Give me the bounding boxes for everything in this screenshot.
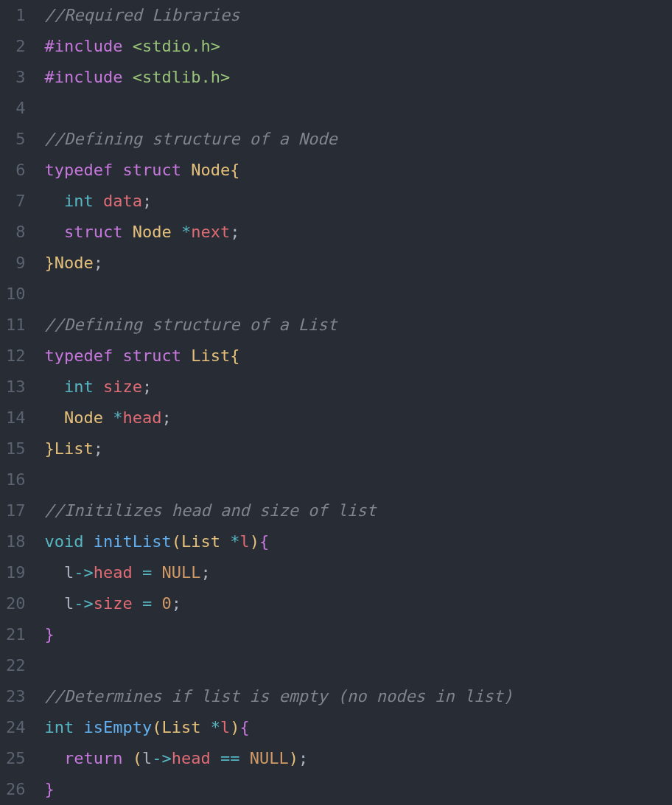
code-token [113, 161, 122, 179]
code-token: } [45, 254, 55, 272]
code-line[interactable]: l->size = 0; [45, 588, 667, 619]
line-number: 6 [6, 155, 26, 186]
code-token: //Required Libraries [45, 6, 240, 24]
code-line[interactable]: }Node; [45, 248, 667, 279]
code-token: * [211, 718, 220, 736]
code-line[interactable]: typedef struct List{ [45, 341, 667, 372]
code-token: { [230, 161, 239, 179]
code-line[interactable]: //Defining structure of a Node [45, 124, 667, 155]
code-area[interactable]: //Required Libraries#include <stdio.h>#i… [39, 0, 673, 805]
line-number: 2 [6, 31, 26, 62]
code-line[interactable]: //Determines if list is empty (no nodes … [45, 681, 667, 712]
code-token: * [230, 532, 239, 551]
code-token: next [191, 223, 230, 241]
code-token: ( [133, 749, 142, 767]
line-number: 23 [6, 681, 26, 712]
code-line[interactable]: }List; [45, 433, 667, 464]
code-token [113, 346, 122, 365]
code-line[interactable]: #include <stdio.h> [45, 31, 667, 62]
code-token: ; [94, 439, 103, 458]
code-editor[interactable]: 1234567891011121314151617181920212223242… [0, 0, 672, 805]
code-line[interactable]: //Required Libraries [45, 0, 667, 31]
code-line[interactable]: typedef struct Node{ [45, 155, 667, 186]
code-line[interactable]: Node *head; [45, 402, 667, 433]
code-token [45, 192, 65, 210]
code-token: //Determines if list is empty (no nodes … [45, 687, 514, 705]
code-token: <stdio.h> [133, 37, 220, 55]
code-token [133, 594, 142, 613]
line-number: 12 [6, 341, 26, 372]
code-token: ( [172, 532, 181, 551]
line-number: 1 [6, 0, 26, 31]
line-number: 20 [6, 588, 26, 619]
code-line[interactable] [45, 464, 667, 495]
code-token [181, 346, 191, 365]
code-token: Node [64, 408, 103, 427]
line-number: 3 [6, 62, 26, 93]
code-token: return [64, 749, 122, 767]
code-line[interactable] [45, 650, 667, 681]
code-token: head [122, 408, 161, 427]
code-token: NULL [250, 749, 289, 767]
code-token: struct [122, 346, 181, 365]
code-token: ; [161, 408, 171, 427]
code-token [45, 749, 65, 767]
code-line[interactable] [45, 93, 667, 124]
code-token: ; [142, 377, 152, 396]
code-token: -> [74, 563, 94, 582]
code-token: ; [142, 192, 152, 210]
code-token [122, 68, 132, 86]
code-line[interactable]: struct Node *next; [45, 217, 667, 248]
line-number-gutter: 1234567891011121314151617181920212223242… [0, 0, 39, 805]
code-line[interactable]: //Initilizes head and size of list [45, 495, 667, 526]
code-token: ; [200, 563, 210, 582]
code-token [45, 594, 65, 613]
code-line[interactable] [45, 279, 667, 310]
line-number: 15 [6, 433, 26, 464]
code-token [239, 749, 249, 767]
line-number: 14 [6, 402, 26, 433]
code-token [220, 532, 230, 551]
code-token: { [230, 346, 239, 365]
code-token: int [64, 377, 94, 396]
code-token: ; [298, 749, 308, 767]
line-number: 26 [6, 774, 26, 805]
code-token: 0 [161, 594, 171, 613]
line-number: 4 [6, 93, 26, 124]
code-token: ; [172, 594, 181, 613]
code-line[interactable]: int data; [45, 186, 667, 217]
code-line[interactable]: void initList(List *l){ [45, 526, 667, 557]
code-line[interactable]: #include <stdlib.h> [45, 62, 667, 93]
code-token: #include [45, 37, 123, 55]
code-token [211, 749, 220, 767]
code-token [133, 563, 142, 582]
code-token [152, 594, 161, 613]
code-token: l [64, 563, 74, 582]
code-line[interactable]: l->head = NULL; [45, 557, 667, 588]
code-token: typedef [45, 161, 113, 179]
code-line[interactable]: } [45, 774, 667, 805]
code-line[interactable]: //Defining structure of a List [45, 310, 667, 341]
code-token: ; [94, 254, 103, 272]
code-token: int [45, 718, 74, 736]
code-token: struct [64, 223, 122, 241]
code-token: Node [191, 161, 230, 179]
code-token [45, 408, 65, 427]
code-token: Node [55, 254, 94, 272]
code-line[interactable]: return (l->head == NULL); [45, 743, 667, 774]
line-number: 5 [6, 124, 26, 155]
code-line[interactable]: } [45, 619, 667, 650]
code-token: data [103, 192, 142, 210]
code-token: //Defining structure of a List [45, 316, 337, 334]
code-token: { [259, 532, 269, 551]
code-token: <stdlib.h> [133, 68, 230, 86]
code-token: #include [45, 68, 123, 86]
code-token: isEmpty [84, 718, 153, 736]
code-token: l [239, 532, 249, 551]
code-token: -> [152, 749, 172, 767]
code-line[interactable]: int isEmpty(List *l){ [45, 712, 667, 743]
line-number: 25 [6, 743, 26, 774]
code-line[interactable]: int size; [45, 372, 667, 402]
code-token: ( [152, 718, 161, 736]
code-token: } [45, 780, 55, 798]
